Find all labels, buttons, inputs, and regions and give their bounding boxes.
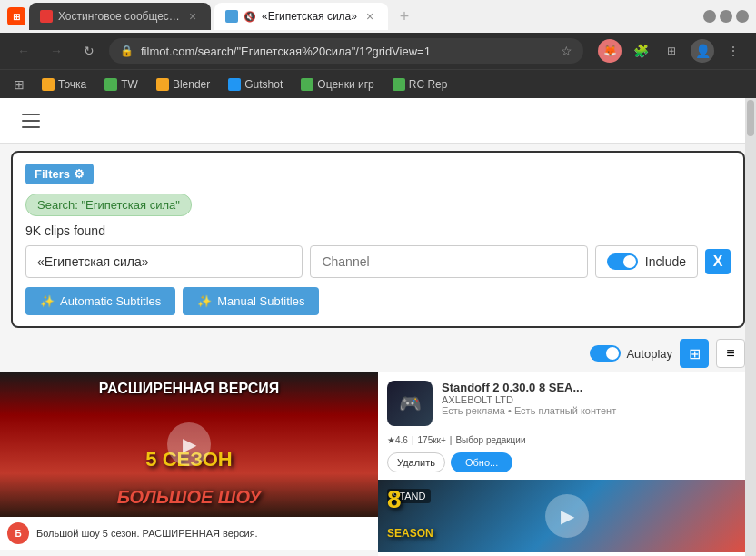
app-name: Standoff 2 0.30.0 8 SEA... [442, 381, 747, 394]
minimize-button[interactable] [703, 10, 716, 23]
search-row: Include X [25, 245, 731, 278]
app-info: Standoff 2 0.30.0 8 SEA... AXLEBOLT LTD … [442, 381, 747, 416]
app-action-buttons: ★4.6 | 175кк+ | Выбор редакции [378, 435, 756, 452]
subtitle-buttons-row: ✨ Automatic Subtitles ✨ Manual Subtitles [25, 287, 731, 315]
refresh-button[interactable]: ↻ [76, 38, 102, 64]
clips-count: 9K clips found [25, 223, 731, 238]
automatic-subtitles-icon: ✨ [40, 294, 55, 308]
list-view-icon: ≡ [726, 345, 734, 362]
lock-icon: 🔒 [120, 45, 134, 57]
filters-header: Filters ⚙ [25, 164, 731, 184]
app-card-header: 🎮 Standoff 2 0.30.0 8 SEA... AXLEBOLT LT… [378, 372, 756, 435]
tab-1[interactable]: Хостинговое сообщество «Ti... × [29, 3, 211, 30]
app-update-button[interactable]: Обно... [451, 452, 512, 472]
tab-1-favicon [40, 10, 53, 23]
filters-label-text: Filters [35, 167, 70, 181]
menu-icon[interactable]: ⋮ [721, 39, 745, 63]
manual-subtitles-button[interactable]: ✨ Manual Subtitles [183, 287, 319, 315]
bookmark-ratings-label: Оценки игр [317, 78, 373, 91]
extension-icon[interactable]: 🧩 [629, 39, 652, 63]
autoplay-toggle[interactable]: Autoplay [590, 345, 672, 362]
hamburger-menu-button[interactable] [15, 104, 47, 137]
new-tab-button[interactable]: + [392, 4, 417, 29]
include-label: Include [645, 254, 686, 269]
clear-filter-button[interactable]: X [705, 249, 731, 274]
site-header [0, 98, 756, 144]
filter-panel: Filters ⚙ Search: "Египетская сила" 9K c… [11, 151, 745, 328]
back-button[interactable]: ← [11, 38, 36, 64]
tab-2-title: «Египетская сила» [262, 10, 357, 23]
manual-subtitles-icon: ✨ [197, 294, 212, 308]
address-icons: ☆ [561, 44, 572, 58]
bookmark-rc-rep[interactable]: RC Rep [385, 74, 455, 94]
page-content: Filters ⚙ Search: "Египетская сила" 9K c… [0, 98, 756, 556]
star-icon[interactable]: ☆ [561, 44, 572, 58]
forward-button[interactable]: → [44, 38, 69, 64]
app-delete-button[interactable]: Удалить [387, 452, 445, 472]
account-icon[interactable]: 👤 [691, 39, 714, 63]
automatic-subtitles-button[interactable]: ✨ Automatic Subtitles [25, 287, 175, 315]
autoplay-toggle-switch[interactable] [590, 345, 621, 362]
tab-2-mute-icon[interactable]: 🔇 [244, 11, 256, 23]
filters-button[interactable]: Filters ⚙ [25, 164, 94, 184]
tab-bar: ⊞ Хостинговое сообщество «Ti... × 🔇 «Еги… [0, 0, 756, 33]
bookmark-blender[interactable]: Blender [149, 74, 217, 94]
search-tag: Search: "Египетская сила" [25, 194, 192, 216]
video-1-play-button[interactable]: ▶ [167, 422, 211, 466]
browser-logo-icon: ⊞ [7, 7, 25, 25]
autoplay-row: Autoplay ⊞ ≡ [0, 335, 756, 372]
bookmark-gutshot-label: Gutshot [244, 78, 283, 91]
bookmark-ratings[interactable]: Оценки игр [293, 74, 381, 94]
app-icon: 🎮 [387, 381, 433, 426]
grid-view-icon: ⊞ [689, 345, 701, 362]
tab-1-close-icon[interactable]: × [185, 9, 200, 24]
autoplay-label: Autoplay [626, 347, 672, 361]
bookmark-tw-label: TW [121, 78, 138, 91]
apps-grid-icon[interactable]: ⊞ [7, 73, 31, 96]
address-text: filmot.com/search/"Египетская%20сила"/1?… [141, 45, 553, 58]
close-button[interactable] [736, 10, 749, 23]
address-bar[interactable]: 🔒 filmot.com/search/"Египетская%20сила"/… [109, 38, 583, 64]
bookmark-tw[interactable]: TW [97, 74, 145, 94]
bookmark-blender-label: Blender [173, 78, 210, 91]
scrollbar[interactable] [745, 98, 756, 556]
list-view-button[interactable]: ≡ [716, 339, 745, 368]
bookmark-gutshot[interactable]: Gutshot [221, 74, 290, 94]
video-thumb-1: РАСШИРЕННАЯ ВЕРСИЯ 5 СЕЗОН БОЛЬШОЕ ШОУ ▶ [0, 372, 378, 517]
automatic-subtitles-label: Automatic Subtitles [60, 294, 161, 308]
video-2-play-button[interactable]: ▶ [545, 494, 589, 538]
video-1-channel-icon: Б [7, 522, 29, 544]
video-card-2[interactable]: 🎮 Standoff 2 0.30.0 8 SEA... AXLEBOLT LT… [378, 372, 756, 556]
tab-2[interactable]: 🔇 «Египетская сила» × [214, 3, 388, 30]
tab-2-close-icon[interactable]: × [363, 9, 377, 24]
bookmarks-bar: ⊞ Точка TW Blender Gutshot Оценки игр RC… [0, 69, 756, 98]
profile-icon[interactable]: 🦊 [598, 39, 622, 63]
video-1-title: Большой шоу 5 сезон. РАСШИРЕННАЯ версия. [36, 528, 258, 539]
app-dev: AXLEBOLT LTD [442, 394, 747, 405]
bookmark-tochka[interactable]: Точка [35, 74, 94, 94]
app-desc: Есть реклама • Есть платный контент [442, 405, 747, 416]
video-1-info: Б Большой шоу 5 сезон. РАСШИРЕННАЯ верси… [0, 517, 378, 550]
tab-2-favicon [225, 10, 238, 23]
include-toggle-switch[interactable] [607, 253, 638, 270]
bookmark-tochka-label: Точка [58, 78, 86, 91]
scrollbar-thumb[interactable] [747, 100, 754, 136]
video-grid: РАСШИРЕННАЯ ВЕРСИЯ 5 СЕЗОН БОЛЬШОЕ ШОУ ▶… [0, 372, 756, 556]
extensions-manage-icon[interactable]: ⊞ [660, 39, 683, 63]
tab-1-title: Хостинговое сообщество «Ti... [58, 10, 180, 23]
video-2-info: S НОВОЕ ОБНОВЛЕНИЕ 0.30.1 ВЫХОДИТ ЧЕРЕЗ … [378, 552, 756, 556]
channel-input[interactable] [310, 245, 587, 278]
maximize-button[interactable] [720, 10, 732, 23]
grid-view-button[interactable]: ⊞ [680, 339, 709, 368]
search-input[interactable] [25, 245, 303, 278]
include-toggle-container: Include [595, 245, 698, 278]
app-buttons-row: Удалить Обно... [378, 452, 756, 480]
bookmark-rc-rep-label: RC Rep [409, 78, 448, 91]
browser-window: ⊞ Хостинговое сообщество «Ti... × 🔇 «Еги… [0, 0, 756, 98]
video-card-1[interactable]: РАСШИРЕННАЯ ВЕРСИЯ 5 СЕЗОН БОЛЬШОЕ ШОУ ▶… [0, 372, 378, 556]
video-2-thumb: STAND 8SEASON ▶ [378, 480, 756, 552]
navigation-bar: ← → ↻ 🔒 filmot.com/search/"Египетская%20… [0, 33, 756, 69]
filters-settings-icon: ⚙ [74, 167, 85, 181]
manual-subtitles-label: Manual Subtitles [217, 294, 304, 308]
